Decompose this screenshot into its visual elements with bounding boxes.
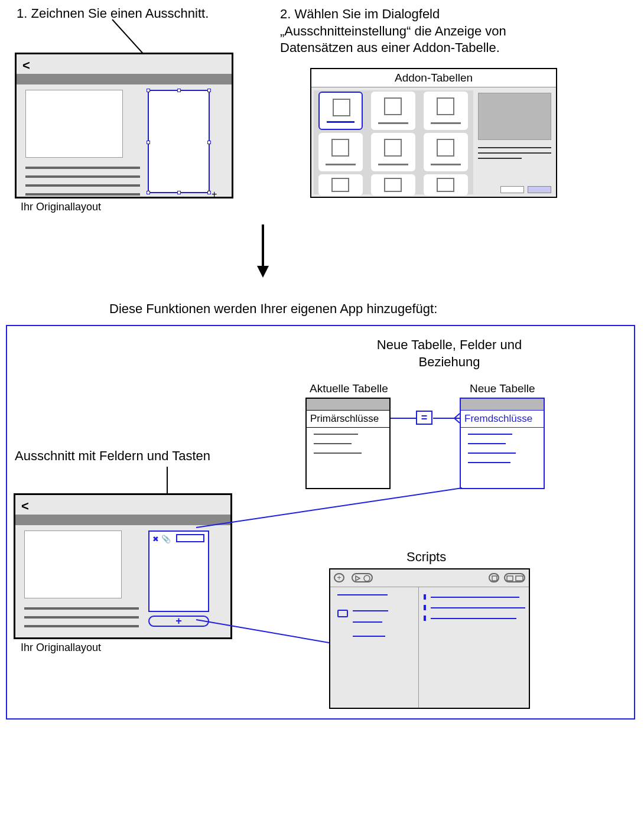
layout-titlebar — [17, 74, 232, 84]
step1-layout-mock: < + — [15, 53, 233, 198]
relation-operator: = — [416, 411, 432, 425]
current-table: Primärschlüsse — [305, 398, 391, 489]
portal-caption: Ihr Originallayout — [21, 642, 101, 654]
addon-thumb[interactable] — [424, 92, 468, 130]
svg-marker-3 — [257, 266, 269, 278]
addon-preview — [478, 93, 551, 140]
addon-thumb[interactable] — [371, 174, 415, 196]
connector-to-table — [196, 486, 462, 528]
dialog-ok-button[interactable] — [528, 186, 551, 193]
layout-text-line — [25, 184, 140, 187]
dialog-cancel-button[interactable] — [500, 186, 524, 193]
layout-left-panel — [25, 90, 123, 158]
down-arrow — [251, 222, 275, 281]
layout-left-panel — [24, 530, 122, 598]
scripts-sidebar — [330, 587, 419, 708]
scripts-heading: Scripts — [406, 549, 446, 565]
svg-marker-12 — [356, 576, 360, 581]
svg-line-7 — [454, 418, 460, 423]
addon-description — [478, 147, 551, 163]
addon-thumb[interactable] — [424, 174, 468, 196]
primary-key-field: Primärschlüsse — [307, 411, 389, 428]
addon-thumb[interactable] — [424, 133, 468, 171]
scripts-window: + — [329, 568, 530, 709]
scripts-main — [419, 587, 529, 708]
scripts-toolbar: + — [330, 569, 529, 587]
run-icon[interactable] — [352, 573, 373, 582]
connector-to-scripts — [196, 619, 329, 644]
portal-field-input[interactable] — [176, 534, 204, 542]
svg-rect-14 — [492, 576, 497, 581]
svg-rect-15 — [507, 576, 513, 581]
svg-line-10 — [196, 488, 462, 528]
layout-toggle-icon[interactable] — [504, 573, 525, 582]
portal-selection[interactable] — [148, 90, 210, 193]
folder-icon[interactable] — [337, 610, 348, 617]
back-icon: < — [21, 499, 29, 514]
layout-text-line — [24, 607, 139, 610]
new-table-label: Neue Tabelle — [470, 382, 535, 395]
portal-section-title: Ausschnitt mit Feldern und Tasten — [15, 448, 210, 464]
layout-text-line — [24, 616, 139, 619]
svg-rect-16 — [516, 576, 523, 581]
dialog-title: Addon-Tabellen — [311, 69, 556, 87]
back-icon: < — [22, 58, 30, 73]
new-table: Fremdschlüsse — [460, 398, 545, 489]
addon-thumb[interactable] — [371, 133, 415, 171]
layout-text-line — [25, 193, 140, 196]
svg-point-13 — [364, 575, 370, 581]
step2-label: 2. Wählen Sie im Dialogfeld „Ausschnitte… — [280, 6, 534, 57]
layout-text-line — [25, 175, 140, 178]
tables-heading: Neue Tabelle, Felder und Beziehung — [347, 337, 551, 370]
step1-caption: Ihr Originallayout — [21, 201, 101, 213]
cursor-plus-icon: + — [212, 189, 217, 200]
add-script-icon[interactable]: + — [334, 573, 344, 582]
addon-thumb[interactable] — [318, 133, 363, 171]
current-table-label: Aktuelle Tabelle — [310, 382, 388, 395]
layout-text-line — [24, 625, 139, 627]
svg-line-11 — [196, 620, 329, 643]
addon-thumb[interactable] — [371, 92, 415, 130]
addon-thumb-selected[interactable] — [318, 92, 363, 130]
portal-with-fields[interactable]: ✖ 📎 — [148, 530, 209, 612]
layout-text-line — [25, 167, 140, 169]
svg-line-6 — [454, 414, 460, 418]
addon-thumb[interactable] — [318, 174, 363, 196]
portal-delete-icon[interactable]: ✖ 📎 — [152, 535, 171, 543]
addon-dialog: Addon-Tabellen — [310, 68, 557, 198]
thumbs-area — [314, 90, 473, 194]
stop-icon[interactable] — [489, 573, 499, 582]
added-heading: Diese Funktionen werden Ihrer eigenen Ap… — [109, 301, 437, 317]
foreign-key-field: Fremdschlüsse — [461, 411, 544, 428]
